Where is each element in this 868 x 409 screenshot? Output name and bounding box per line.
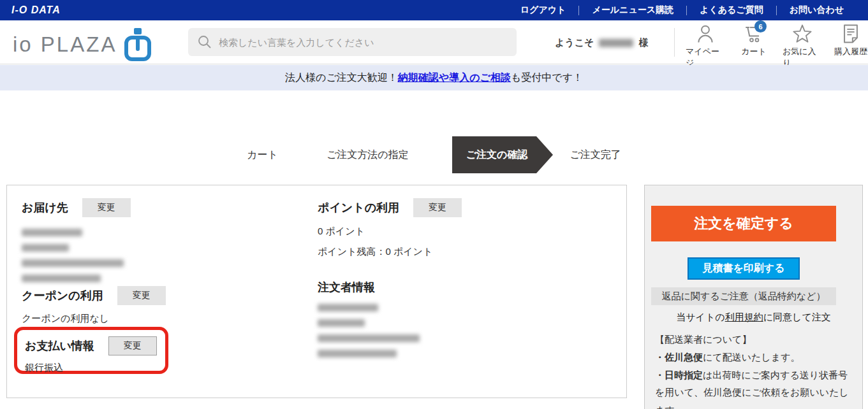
redacted-postal-code	[22, 244, 69, 252]
corporate-banner: 法人様のご注文大歓迎！ 納期確認や導入のご相談 も受付中です！	[0, 65, 868, 90]
redacted-recipient-name	[22, 229, 82, 236]
order-action-sidebar: 注文を確定する 見積書を印刷する 返品に関するご注意（返品特約など） 当サイトの…	[644, 185, 863, 409]
shipping-title: 【配送業者について】	[655, 331, 853, 348]
confirm-order-button[interactable]: 注文を確定する	[651, 206, 836, 241]
topbar: I-O DATA ログアウト メールニュース購読 よくあるご質問 お問い合わせ	[0, 0, 868, 20]
agree-post: に同意して注文	[763, 312, 831, 322]
ioplaza-logo-text: io PLAZA	[13, 32, 117, 57]
points-title: ポイントの利用	[318, 200, 399, 215]
welcome-message: ようこそ 様	[555, 37, 648, 49]
redacted-orderer-name	[318, 304, 378, 312]
banner-consult-link[interactable]: 納期確認や導入のご相談	[398, 71, 511, 85]
points-change-button[interactable]: 変更	[413, 198, 462, 217]
divider	[674, 28, 675, 57]
topbar-link-faq[interactable]: よくあるご質問	[687, 4, 776, 16]
redacted-phone	[22, 275, 101, 282]
welcome-prefix: ようこそ	[555, 37, 594, 49]
nav-favorites[interactable]: お気に入り	[783, 23, 822, 69]
topbar-link-logout[interactable]: ログアウト	[508, 4, 579, 16]
points-used: 0 ポイント	[318, 226, 528, 238]
step-cart: カート	[223, 148, 302, 162]
payment-change-button[interactable]: 変更	[108, 336, 157, 355]
nav-cart[interactable]: 6 カート	[734, 23, 774, 69]
redacted-orderer-phone	[318, 350, 397, 357]
cart-badge: 6	[754, 20, 767, 32]
header: io PLAZA ようこそ 様 マイページ	[0, 20, 868, 64]
coupon-title: クーポンの利用	[22, 288, 103, 303]
nav-history[interactable]: 購入履歴	[831, 23, 868, 69]
payment-section-highlight: お支払い情報 変更 銀行振込	[14, 327, 168, 374]
header-nav: マイページ 6 カート お気に入り	[686, 23, 868, 69]
document-icon	[840, 23, 862, 45]
return-policy-link[interactable]: 返品に関するご注意（返品特約など）	[651, 287, 836, 305]
topbar-link-contact[interactable]: お問い合わせ	[777, 4, 857, 16]
agree-pre: 当サイトの	[676, 312, 725, 322]
redacted-orderer-address	[318, 334, 420, 342]
ioplaza-mouse-icon	[124, 28, 151, 61]
banner-text-post: も受付中です！	[511, 71, 583, 85]
delivery-section: お届け先 変更	[22, 198, 290, 290]
step-arrow-icon	[536, 136, 553, 173]
delivery-title: お届け先	[22, 200, 68, 215]
search-input[interactable]	[219, 37, 508, 48]
nav-cart-label: カート	[741, 46, 767, 57]
coupon-status: クーポンの利用なし	[22, 313, 166, 325]
welcome-suffix: 様	[638, 37, 648, 49]
delivery-change-button[interactable]: 変更	[82, 198, 131, 217]
terms-link[interactable]: 利用規約	[725, 312, 763, 322]
points-balance: ポイント残高：0 ポイント	[318, 246, 528, 258]
order-summary-panel: お届け先 変更 クーポンの利用 変更 クーポンの利用なし お支払い情報 変更 銀…	[6, 185, 627, 398]
topbar-links: ログアウト メールニュース購読 よくあるご質問 お問い合わせ	[508, 4, 857, 16]
person-icon	[695, 23, 716, 45]
print-quote-button[interactable]: 見積書を印刷する	[688, 257, 800, 280]
coupon-change-button[interactable]: 変更	[117, 286, 166, 305]
banner-text-pre: 法人様のご注文大歓迎！	[285, 71, 398, 85]
redacted-orderer-postal	[318, 319, 365, 327]
nav-mypage[interactable]: マイページ	[686, 23, 725, 69]
redacted-address	[22, 259, 124, 267]
coupon-section: クーポンの利用 変更 クーポンの利用なし	[22, 286, 166, 325]
star-icon	[791, 23, 813, 45]
step-order-complete: ご注文完了	[563, 148, 645, 162]
payment-title: お支払い情報	[25, 338, 94, 354]
shipping-note-1: ・佐川急便にて配送いたします。	[655, 348, 853, 366]
redacted-user-name	[599, 39, 633, 47]
points-section: ポイントの利用 変更 0 ポイント ポイント残高：0 ポイント 注文者情報	[318, 198, 528, 365]
search-box	[188, 28, 517, 56]
shipping-note-2: ・日時指定は出荷時にご案内する送り状番号を用いて、佐川急便にご依頼をお願いいたし…	[655, 366, 853, 409]
step-order-method: ご注文方法の指定	[302, 148, 433, 162]
orderer-title: 注文者情報	[318, 280, 528, 295]
payment-method: 銀行振込	[25, 362, 158, 374]
search-icon	[197, 34, 212, 50]
shipping-carrier-note: 【配送業者について】 ・佐川急便にて配送いたします。 ・日時指定は出荷時にご案内…	[655, 331, 853, 409]
terms-agreement-text: 当サイトの利用規約に同意して注文	[645, 312, 862, 324]
nav-history-label: 購入履歴	[834, 46, 867, 57]
step-order-confirm-active: ご注文の確認	[452, 136, 537, 173]
checkout-steps: カート ご注文方法の指定 ご注文の確認 ご注文完了	[0, 135, 868, 175]
iodata-logo: I-O DATA	[11, 4, 61, 16]
topbar-link-mailnews[interactable]: メールニュース購読	[579, 4, 686, 16]
ioplaza-logo[interactable]: io PLAZA	[13, 28, 151, 61]
